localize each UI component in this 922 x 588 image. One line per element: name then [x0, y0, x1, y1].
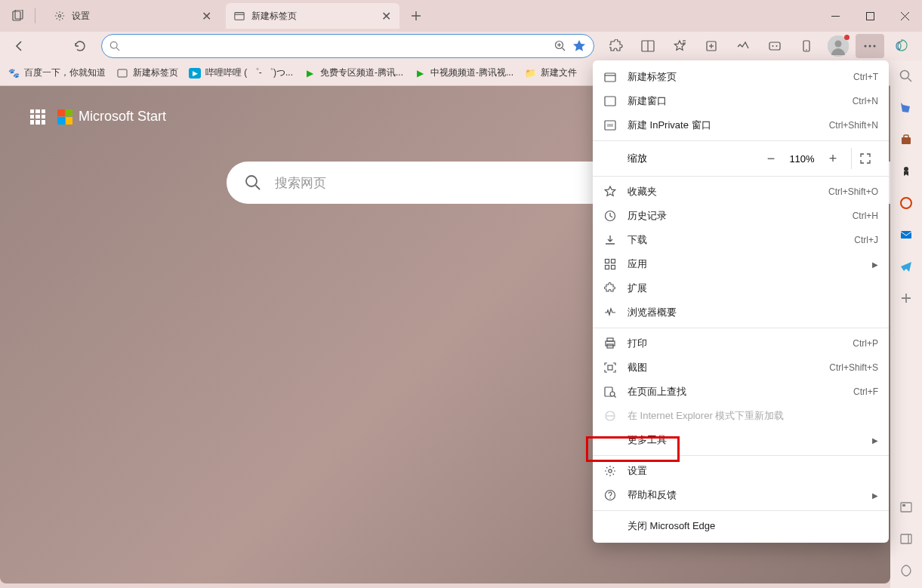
svg-point-22 [776, 45, 778, 47]
extension-icon [603, 282, 617, 295]
svg-point-29 [874, 45, 876, 48]
phone-icon[interactable] [792, 34, 821, 58]
menu-close-edge[interactable]: 关闭 Microsoft Edge [593, 514, 889, 538]
find-icon [603, 385, 617, 399]
menu-history[interactable]: 历史记录 Ctrl+H [593, 204, 889, 228]
minimize-button[interactable] [818, 4, 853, 28]
svg-rect-6 [866, 12, 874, 20]
panel-sidebar-icon[interactable] [898, 531, 914, 547]
close-window-button[interactable] [887, 4, 922, 28]
address-input[interactable] [126, 41, 554, 52]
collections-icon[interactable] [697, 34, 726, 58]
menu-new-tab[interactable]: 新建标签页 Ctrl+T [593, 65, 889, 89]
apps-grid-icon[interactable] [30, 109, 45, 125]
svg-rect-30 [118, 69, 127, 77]
hide-sidebar-icon[interactable] [898, 562, 914, 579]
new-tab-button[interactable] [405, 5, 427, 26]
svg-rect-3 [235, 13, 244, 20]
tab-settings[interactable]: 设置 ✕ [46, 3, 220, 29]
svg-rect-41 [901, 534, 911, 543]
games-sidebar-icon[interactable] [898, 163, 914, 180]
tab-actions-icon[interactable] [6, 4, 30, 28]
menu-extensions[interactable]: 扩展 [593, 276, 889, 300]
bookmark-item[interactable]: 新建标签页 [116, 66, 178, 79]
help-icon [603, 488, 617, 502]
svg-point-27 [865, 45, 867, 48]
bookmark-item[interactable]: 🐾百度一下，你就知道 [8, 66, 106, 79]
svg-rect-36 [904, 135, 908, 138]
menu-favorites[interactable]: 收藏夹 Ctrl+Shift+O [593, 180, 889, 204]
bookmark-item[interactable]: 📁新建文件 [524, 66, 577, 79]
bookmark-item[interactable]: ▶免费专区频道-腾讯... [304, 66, 403, 79]
print-icon [603, 337, 617, 350]
inprivate-icon [603, 119, 617, 132]
forward-button [36, 34, 63, 58]
tab-newtab[interactable]: 新建标签页 ✕ [226, 3, 399, 29]
menu-screenshot[interactable]: 截图 Ctrl+Shift+S [593, 356, 889, 380]
address-bar[interactable] [101, 34, 594, 58]
menu-find[interactable]: 在页面上查找 Ctrl+F [593, 380, 889, 404]
chevron-right-icon: ▶ [872, 260, 878, 269]
close-icon[interactable]: ✕ [200, 10, 212, 22]
page-icon [116, 67, 128, 79]
bookmark-item[interactable]: ▶哔哩哔哩 ( ゜- ゜)つ... [189, 66, 293, 79]
outlook-sidebar-icon[interactable] [898, 226, 914, 243]
favorite-star-icon[interactable] [572, 39, 586, 53]
svg-point-61 [609, 469, 612, 473]
shopping-sidebar-icon[interactable] [898, 100, 914, 116]
zoom-out-button[interactable]: − [759, 148, 783, 169]
svg-rect-51 [606, 266, 609, 269]
settings-sidebar-icon[interactable] [898, 499, 914, 516]
svg-rect-52 [612, 266, 615, 269]
refresh-button[interactable] [66, 34, 94, 58]
right-sidebar [890, 60, 922, 588]
menu-new-inprivate[interactable]: 新建 InPrivate 窗口 Ctrl+Shift+N [593, 113, 889, 137]
heartbeat-icon [603, 306, 617, 319]
svg-rect-20 [769, 42, 780, 50]
more-menu-button[interactable] [856, 34, 884, 58]
zoom-in-button[interactable]: + [821, 148, 845, 169]
add-sidebar-icon[interactable] [898, 290, 914, 306]
zoom-indicator-icon[interactable] [554, 40, 566, 52]
menu-more-tools[interactable]: 更多工具 ▶ [593, 428, 889, 452]
copilot-icon[interactable] [760, 34, 789, 58]
svg-point-28 [869, 45, 871, 48]
ms-logo[interactable]: Microsoft Start [57, 109, 166, 125]
menu-settings[interactable]: 设置 [593, 459, 889, 483]
telegram-sidebar-icon[interactable] [898, 258, 914, 275]
svg-line-32 [256, 186, 261, 190]
copilot-sidebar-icon[interactable] [887, 34, 916, 58]
search-sidebar-icon[interactable] [898, 68, 914, 85]
menu-print[interactable]: 打印 Ctrl+P [593, 331, 889, 356]
chevron-right-icon: ▶ [872, 436, 878, 445]
maximize-button[interactable] [853, 4, 887, 28]
search-icon [245, 174, 261, 191]
fullscreen-button[interactable] [851, 148, 878, 169]
history-icon [603, 209, 617, 223]
chevron-right-icon: ▶ [872, 491, 878, 500]
back-button[interactable] [6, 34, 33, 58]
tencent-icon: ▶ [414, 67, 426, 79]
avatar-icon [828, 35, 849, 57]
tools-sidebar-icon[interactable] [898, 131, 914, 148]
tab-title: 新建标签页 [251, 10, 380, 23]
svg-point-24 [806, 49, 807, 51]
ms-start-header: Microsoft Start [30, 109, 166, 125]
bookmark-item[interactable]: ▶中视频频道-腾讯视... [414, 66, 513, 79]
menu-help[interactable]: 帮助和反馈 ▶ [593, 483, 889, 507]
extensions-icon[interactable] [602, 34, 631, 58]
toolbar [0, 32, 922, 60]
menu-downloads[interactable]: 下载 Ctrl+J [593, 228, 889, 252]
office-sidebar-icon[interactable] [898, 195, 914, 211]
close-icon[interactable]: ✕ [380, 10, 392, 22]
performance-icon[interactable] [729, 34, 757, 58]
split-screen-icon[interactable] [634, 34, 662, 58]
favorites-icon[interactable] [665, 34, 694, 58]
menu-performance[interactable]: 浏览器概要 [593, 300, 889, 325]
menu-new-window[interactable]: 新建窗口 Ctrl+N [593, 89, 889, 113]
menu-apps[interactable]: 应用 ▶ [593, 252, 889, 276]
profile-avatar[interactable] [824, 34, 853, 58]
microsoft-logo-icon [57, 109, 72, 125]
svg-rect-49 [606, 260, 609, 263]
main-menu-dropdown: 新建标签页 Ctrl+T 新建窗口 Ctrl+N 新建 InPrivate 窗口… [593, 60, 889, 543]
